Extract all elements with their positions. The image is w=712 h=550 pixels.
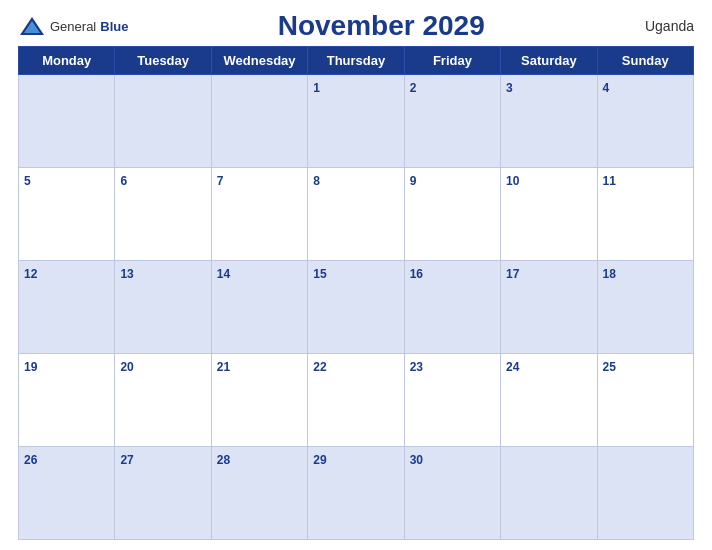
day-number: 24 [506,360,519,374]
calendar-cell [501,447,597,540]
calendar-cell: 11 [597,168,693,261]
calendar-cell: 26 [19,447,115,540]
day-number: 25 [603,360,616,374]
day-number: 17 [506,267,519,281]
week-row-2: 567891011 [19,168,694,261]
calendar-cell [597,447,693,540]
day-number: 6 [120,174,127,188]
week-row-4: 19202122232425 [19,354,694,447]
day-number: 21 [217,360,230,374]
calendar-cell: 30 [404,447,500,540]
calendar-cell: 8 [308,168,404,261]
weekday-header-saturday: Saturday [501,47,597,75]
weekday-header-sunday: Sunday [597,47,693,75]
calendar-cell [115,75,211,168]
day-number: 27 [120,453,133,467]
day-number: 5 [24,174,31,188]
calendar-cell: 14 [211,261,307,354]
calendar-cell: 22 [308,354,404,447]
calendar-cell: 15 [308,261,404,354]
day-number: 18 [603,267,616,281]
day-number: 9 [410,174,417,188]
calendar-cell: 4 [597,75,693,168]
top-bar: GeneralBlue November 2029 Uganda [18,10,694,42]
country-label: Uganda [634,18,694,34]
calendar-cell: 19 [19,354,115,447]
calendar-title: November 2029 [128,10,634,42]
day-number: 2 [410,81,417,95]
weekday-row: MondayTuesdayWednesdayThursdayFridaySatu… [19,47,694,75]
calendar-table: MondayTuesdayWednesdayThursdayFridaySatu… [18,46,694,540]
weekday-header-wednesday: Wednesday [211,47,307,75]
calendar-header: MondayTuesdayWednesdayThursdayFridaySatu… [19,47,694,75]
day-number: 14 [217,267,230,281]
logo-blue-text: Blue [100,19,128,34]
calendar-cell: 9 [404,168,500,261]
calendar-cell: 20 [115,354,211,447]
calendar-cell: 2 [404,75,500,168]
day-number: 11 [603,174,616,188]
calendar-cell: 27 [115,447,211,540]
calendar-cell: 6 [115,168,211,261]
day-number: 8 [313,174,320,188]
day-number: 23 [410,360,423,374]
calendar-cell: 23 [404,354,500,447]
day-number: 15 [313,267,326,281]
calendar-cell [211,75,307,168]
calendar-body: 1234567891011121314151617181920212223242… [19,75,694,540]
day-number: 29 [313,453,326,467]
weekday-header-monday: Monday [19,47,115,75]
calendar-cell: 28 [211,447,307,540]
calendar-cell: 24 [501,354,597,447]
day-number: 1 [313,81,320,95]
day-number: 19 [24,360,37,374]
logo-area: GeneralBlue [18,15,128,37]
calendar-cell: 25 [597,354,693,447]
calendar-cell: 21 [211,354,307,447]
calendar-cell: 29 [308,447,404,540]
calendar-cell: 1 [308,75,404,168]
calendar-cell: 17 [501,261,597,354]
day-number: 28 [217,453,230,467]
week-row-3: 12131415161718 [19,261,694,354]
calendar-cell: 13 [115,261,211,354]
day-number: 4 [603,81,610,95]
day-number: 20 [120,360,133,374]
calendar-cell: 7 [211,168,307,261]
weekday-header-tuesday: Tuesday [115,47,211,75]
weekday-header-thursday: Thursday [308,47,404,75]
day-number: 30 [410,453,423,467]
day-number: 10 [506,174,519,188]
calendar-cell: 18 [597,261,693,354]
logo-general-text: General [50,19,96,34]
logo-icon [18,15,46,37]
day-number: 7 [217,174,224,188]
day-number: 26 [24,453,37,467]
calendar-cell: 5 [19,168,115,261]
week-row-1: 1234 [19,75,694,168]
day-number: 22 [313,360,326,374]
calendar-cell [19,75,115,168]
calendar-cell: 12 [19,261,115,354]
weekday-header-friday: Friday [404,47,500,75]
week-row-5: 2627282930 [19,447,694,540]
day-number: 12 [24,267,37,281]
day-number: 3 [506,81,513,95]
calendar-cell: 16 [404,261,500,354]
calendar-cell: 3 [501,75,597,168]
day-number: 13 [120,267,133,281]
day-number: 16 [410,267,423,281]
calendar-cell: 10 [501,168,597,261]
